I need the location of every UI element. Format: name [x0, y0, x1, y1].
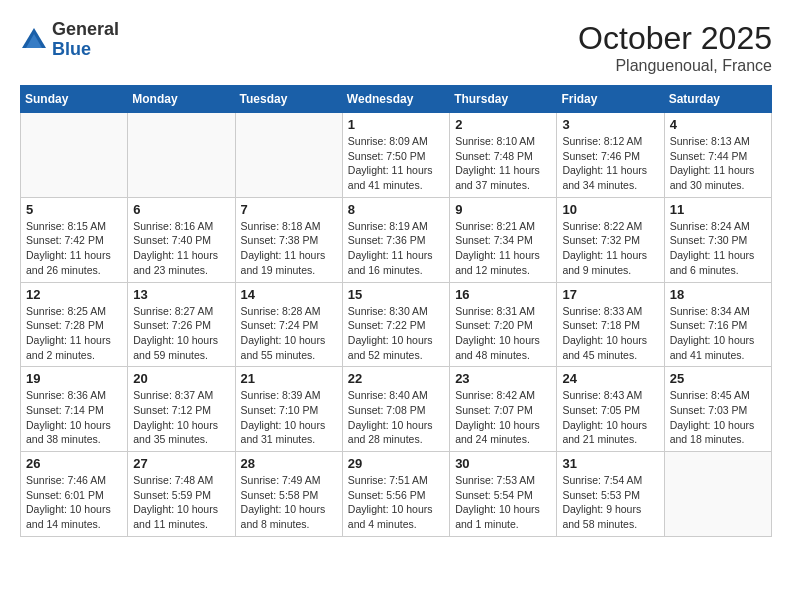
day-info: Sunrise: 8:21 AMSunset: 7:34 PMDaylight:… — [455, 219, 551, 278]
day-number: 11 — [670, 202, 766, 217]
calendar-cell: 9Sunrise: 8:21 AMSunset: 7:34 PMDaylight… — [450, 197, 557, 282]
calendar-cell: 15Sunrise: 8:30 AMSunset: 7:22 PMDayligh… — [342, 282, 449, 367]
day-number: 18 — [670, 287, 766, 302]
calendar-cell: 10Sunrise: 8:22 AMSunset: 7:32 PMDayligh… — [557, 197, 664, 282]
calendar-cell: 7Sunrise: 8:18 AMSunset: 7:38 PMDaylight… — [235, 197, 342, 282]
day-info: Sunrise: 8:16 AMSunset: 7:40 PMDaylight:… — [133, 219, 229, 278]
day-info: Sunrise: 8:10 AMSunset: 7:48 PMDaylight:… — [455, 134, 551, 193]
day-info: Sunrise: 7:49 AMSunset: 5:58 PMDaylight:… — [241, 473, 337, 532]
day-number: 27 — [133, 456, 229, 471]
logo-blue-text: Blue — [52, 39, 91, 59]
day-info: Sunrise: 8:45 AMSunset: 7:03 PMDaylight:… — [670, 388, 766, 447]
calendar-header-sunday: Sunday — [21, 86, 128, 113]
logo-icon — [20, 26, 48, 54]
title-block: October 2025 Planguenoual, France — [578, 20, 772, 75]
calendar-cell — [128, 113, 235, 198]
day-info: Sunrise: 7:51 AMSunset: 5:56 PMDaylight:… — [348, 473, 444, 532]
day-number: 8 — [348, 202, 444, 217]
calendar-week-row: 1Sunrise: 8:09 AMSunset: 7:50 PMDaylight… — [21, 113, 772, 198]
day-number: 26 — [26, 456, 122, 471]
day-info: Sunrise: 8:15 AMSunset: 7:42 PMDaylight:… — [26, 219, 122, 278]
calendar-cell: 28Sunrise: 7:49 AMSunset: 5:58 PMDayligh… — [235, 452, 342, 537]
calendar-cell: 1Sunrise: 8:09 AMSunset: 7:50 PMDaylight… — [342, 113, 449, 198]
day-info: Sunrise: 8:31 AMSunset: 7:20 PMDaylight:… — [455, 304, 551, 363]
day-number: 23 — [455, 371, 551, 386]
calendar-cell: 2Sunrise: 8:10 AMSunset: 7:48 PMDaylight… — [450, 113, 557, 198]
calendar-cell: 24Sunrise: 8:43 AMSunset: 7:05 PMDayligh… — [557, 367, 664, 452]
calendar-cell: 25Sunrise: 8:45 AMSunset: 7:03 PMDayligh… — [664, 367, 771, 452]
calendar-cell: 13Sunrise: 8:27 AMSunset: 7:26 PMDayligh… — [128, 282, 235, 367]
day-info: Sunrise: 7:54 AMSunset: 5:53 PMDaylight:… — [562, 473, 658, 532]
calendar-cell: 18Sunrise: 8:34 AMSunset: 7:16 PMDayligh… — [664, 282, 771, 367]
day-info: Sunrise: 8:43 AMSunset: 7:05 PMDaylight:… — [562, 388, 658, 447]
calendar-cell: 19Sunrise: 8:36 AMSunset: 7:14 PMDayligh… — [21, 367, 128, 452]
day-info: Sunrise: 8:39 AMSunset: 7:10 PMDaylight:… — [241, 388, 337, 447]
day-number: 3 — [562, 117, 658, 132]
calendar-week-row: 19Sunrise: 8:36 AMSunset: 7:14 PMDayligh… — [21, 367, 772, 452]
calendar-header-monday: Monday — [128, 86, 235, 113]
day-number: 9 — [455, 202, 551, 217]
calendar-cell: 30Sunrise: 7:53 AMSunset: 5:54 PMDayligh… — [450, 452, 557, 537]
calendar-header-saturday: Saturday — [664, 86, 771, 113]
day-number: 24 — [562, 371, 658, 386]
calendar-header-row: SundayMondayTuesdayWednesdayThursdayFrid… — [21, 86, 772, 113]
day-info: Sunrise: 8:19 AMSunset: 7:36 PMDaylight:… — [348, 219, 444, 278]
calendar-header-thursday: Thursday — [450, 86, 557, 113]
day-info: Sunrise: 8:42 AMSunset: 7:07 PMDaylight:… — [455, 388, 551, 447]
day-number: 12 — [26, 287, 122, 302]
day-number: 21 — [241, 371, 337, 386]
day-number: 29 — [348, 456, 444, 471]
day-number: 10 — [562, 202, 658, 217]
day-number: 31 — [562, 456, 658, 471]
logo: General Blue — [20, 20, 119, 60]
day-info: Sunrise: 8:36 AMSunset: 7:14 PMDaylight:… — [26, 388, 122, 447]
calendar-cell: 14Sunrise: 8:28 AMSunset: 7:24 PMDayligh… — [235, 282, 342, 367]
day-number: 20 — [133, 371, 229, 386]
day-info: Sunrise: 8:25 AMSunset: 7:28 PMDaylight:… — [26, 304, 122, 363]
calendar-cell: 6Sunrise: 8:16 AMSunset: 7:40 PMDaylight… — [128, 197, 235, 282]
calendar-cell: 27Sunrise: 7:48 AMSunset: 5:59 PMDayligh… — [128, 452, 235, 537]
calendar-cell: 8Sunrise: 8:19 AMSunset: 7:36 PMDaylight… — [342, 197, 449, 282]
day-number: 16 — [455, 287, 551, 302]
calendar-cell: 31Sunrise: 7:54 AMSunset: 5:53 PMDayligh… — [557, 452, 664, 537]
day-number: 28 — [241, 456, 337, 471]
calendar-header-tuesday: Tuesday — [235, 86, 342, 113]
calendar-cell: 21Sunrise: 8:39 AMSunset: 7:10 PMDayligh… — [235, 367, 342, 452]
location-subtitle: Planguenoual, France — [578, 57, 772, 75]
calendar-cell: 26Sunrise: 7:46 AMSunset: 6:01 PMDayligh… — [21, 452, 128, 537]
day-number: 1 — [348, 117, 444, 132]
calendar-cell: 20Sunrise: 8:37 AMSunset: 7:12 PMDayligh… — [128, 367, 235, 452]
day-info: Sunrise: 8:34 AMSunset: 7:16 PMDaylight:… — [670, 304, 766, 363]
day-number: 4 — [670, 117, 766, 132]
day-info: Sunrise: 8:13 AMSunset: 7:44 PMDaylight:… — [670, 134, 766, 193]
day-info: Sunrise: 8:24 AMSunset: 7:30 PMDaylight:… — [670, 219, 766, 278]
day-number: 19 — [26, 371, 122, 386]
day-number: 14 — [241, 287, 337, 302]
logo-general-text: General — [52, 19, 119, 39]
day-number: 15 — [348, 287, 444, 302]
calendar-header-wednesday: Wednesday — [342, 86, 449, 113]
day-info: Sunrise: 8:33 AMSunset: 7:18 PMDaylight:… — [562, 304, 658, 363]
calendar-cell: 4Sunrise: 8:13 AMSunset: 7:44 PMDaylight… — [664, 113, 771, 198]
calendar-cell — [235, 113, 342, 198]
day-info: Sunrise: 8:27 AMSunset: 7:26 PMDaylight:… — [133, 304, 229, 363]
calendar-cell — [21, 113, 128, 198]
day-number: 7 — [241, 202, 337, 217]
calendar-cell — [664, 452, 771, 537]
calendar-cell: 17Sunrise: 8:33 AMSunset: 7:18 PMDayligh… — [557, 282, 664, 367]
calendar-cell: 22Sunrise: 8:40 AMSunset: 7:08 PMDayligh… — [342, 367, 449, 452]
day-info: Sunrise: 8:22 AMSunset: 7:32 PMDaylight:… — [562, 219, 658, 278]
day-info: Sunrise: 8:28 AMSunset: 7:24 PMDaylight:… — [241, 304, 337, 363]
day-info: Sunrise: 7:46 AMSunset: 6:01 PMDaylight:… — [26, 473, 122, 532]
day-number: 25 — [670, 371, 766, 386]
day-number: 30 — [455, 456, 551, 471]
day-info: Sunrise: 7:53 AMSunset: 5:54 PMDaylight:… — [455, 473, 551, 532]
page-header: General Blue October 2025 Planguenoual, … — [20, 20, 772, 75]
calendar-cell: 23Sunrise: 8:42 AMSunset: 7:07 PMDayligh… — [450, 367, 557, 452]
calendar-cell: 5Sunrise: 8:15 AMSunset: 7:42 PMDaylight… — [21, 197, 128, 282]
calendar-cell: 3Sunrise: 8:12 AMSunset: 7:46 PMDaylight… — [557, 113, 664, 198]
day-info: Sunrise: 8:40 AMSunset: 7:08 PMDaylight:… — [348, 388, 444, 447]
day-info: Sunrise: 8:30 AMSunset: 7:22 PMDaylight:… — [348, 304, 444, 363]
day-number: 5 — [26, 202, 122, 217]
day-info: Sunrise: 8:12 AMSunset: 7:46 PMDaylight:… — [562, 134, 658, 193]
